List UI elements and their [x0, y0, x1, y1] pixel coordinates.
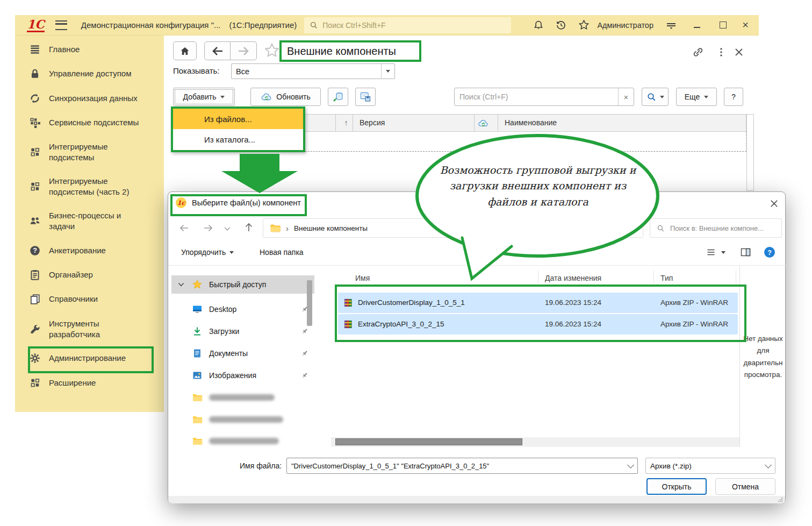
filetype-combobox[interactable]: Архив (*.zip) — [645, 458, 775, 474]
filter-dropdown-button[interactable] — [381, 64, 394, 79]
filename-value: "DriverCustomerDisplay_1_0_5_1" "ExtraCr… — [287, 462, 623, 470]
modified-column-header[interactable]: Дата изменения — [545, 274, 601, 282]
blocks-icon — [29, 377, 41, 389]
view-mode-button[interactable] — [706, 247, 725, 258]
close-form-button[interactable] — [734, 47, 744, 58]
breadcrumb[interactable]: › Внешние компоненты — [263, 218, 643, 238]
nav-item-blurred-folder[interactable] — [192, 409, 314, 430]
save-components-button[interactable] — [355, 88, 376, 106]
sidebar-item-glavnoe[interactable]: Главное — [15, 42, 164, 57]
back-button[interactable] — [204, 41, 231, 60]
table-vertical-scrollbar[interactable] — [746, 114, 754, 191]
file-name: DriverCustomerDisplay_1_0_5_1 — [358, 298, 465, 307]
forward-button[interactable] — [231, 41, 257, 60]
help-button[interactable]: ? — [724, 88, 743, 106]
type-column-header[interactable]: Тип — [660, 274, 673, 282]
sort-column-header[interactable]: ↑ — [340, 118, 353, 127]
sidebar-item-rasshirenie[interactable]: Расширение — [15, 375, 164, 390]
sidebar-item-bp[interactable]: Бизнес-процессы и задачи — [15, 210, 164, 232]
dialog-close-button[interactable] — [769, 198, 779, 209]
sidebar-item-integr2[interactable]: Интегрируемые подсистемы (часть 2) — [15, 175, 164, 198]
column-divider[interactable] — [736, 271, 736, 283]
nav-item-blurred-folder[interactable] — [192, 387, 314, 408]
organize-button[interactable]: Упорядочить — [181, 248, 234, 257]
more-menu-button[interactable] — [716, 47, 727, 58]
preview-pane-button[interactable] — [740, 247, 751, 258]
recent-locations-button[interactable] — [224, 226, 231, 231]
preview-empty-text: Нет данных для дварительн просмотра. — [741, 333, 785, 381]
minimize-button[interactable] — [691, 19, 703, 31]
scrollbar-thumb[interactable] — [335, 438, 522, 445]
sidebar-item-organizer[interactable]: Органайзер — [15, 267, 164, 282]
nav-history-group — [204, 41, 257, 60]
more-actions-button[interactable]: Еще — [676, 88, 717, 106]
history-button[interactable] — [556, 20, 566, 31]
file-row-1[interactable]: DriverCustomerDisplay_1_0_5_1 19.06.2023… — [338, 293, 738, 313]
sidebar-item-devtools[interactable]: Инструменты разработчика — [15, 318, 164, 340]
home-button[interactable] — [173, 41, 197, 60]
menu-item-from-catalog[interactable]: Из каталога... — [173, 129, 303, 150]
global-search-input[interactable]: Поиск Ctrl+Shift+F — [304, 17, 511, 33]
sync-column-header[interactable] — [478, 118, 489, 129]
column-divider[interactable] — [538, 271, 538, 283]
column-divider[interactable] — [653, 271, 654, 283]
refresh-button[interactable]: Обновить — [250, 88, 321, 106]
sidebar: Главное Управление доступом Синхронизаци… — [15, 35, 164, 412]
nav-item-blurred-folder[interactable] — [192, 430, 314, 452]
forward-arrow-icon — [203, 223, 213, 233]
filter-combobox[interactable]: Все — [231, 63, 395, 79]
sidebar-item-dostup[interactable]: Управление доступом — [15, 66, 164, 81]
clear-search-button[interactable]: × — [618, 88, 634, 105]
favorite-toggle[interactable] — [264, 42, 280, 59]
dialog-forward-button[interactable] — [203, 223, 213, 233]
nav-item-desktop[interactable]: Desktop — [192, 298, 314, 320]
version-column-header[interactable]: Версия — [360, 118, 385, 127]
nav-item-downloads[interactable]: Загрузки — [192, 321, 314, 342]
sidebar-item-spravochniki[interactable]: Справочники — [15, 292, 164, 307]
name-column-header[interactable]: Наименование — [505, 118, 557, 127]
current-user[interactable]: Администратор — [597, 21, 653, 30]
new-folder-button[interactable]: Новая папка — [260, 248, 304, 257]
name-column-header[interactable]: Имя — [355, 274, 370, 282]
list-search-input[interactable]: Поиск (Ctrl+F) — [455, 88, 618, 105]
notifications-button[interactable] — [533, 20, 544, 31]
pin-icon — [300, 371, 309, 380]
menu-item-from-files[interactable]: Из файлов... — [173, 109, 303, 129]
load-from-file-button[interactable] — [328, 88, 348, 106]
search-options-button[interactable] — [642, 88, 669, 106]
nav-item-label: Документы — [209, 349, 248, 358]
maximize-button[interactable] — [717, 19, 729, 31]
nav-item-documents[interactable]: Документы — [192, 343, 314, 364]
dialog-help-button[interactable]: ? — [764, 246, 775, 258]
main-menu-icon[interactable] — [55, 20, 67, 30]
close-button[interactable]: × — [739, 19, 751, 31]
file-row-2[interactable]: ExtraCryptoAPI_3_0_2_15 19.06.2023 15:24… — [338, 314, 738, 335]
filename-dropdown-button[interactable] — [623, 465, 637, 467]
sidebar-item-service[interactable]: Сервисные подсистемы — [15, 115, 164, 130]
sidebar-item-administrirovanie[interactable]: Администрирование — [15, 351, 164, 366]
list-horizontal-scrollbar[interactable] — [331, 437, 739, 447]
dialog-back-button[interactable] — [179, 223, 190, 233]
cancel-button[interactable]: Отмена — [715, 478, 775, 495]
filename-input[interactable]: "DriverCustomerDisplay_1_0_5_1" "ExtraCr… — [286, 458, 638, 474]
favorites-button[interactable] — [578, 19, 590, 31]
sidebar-item-label: Инструменты разработчика — [49, 318, 145, 340]
page-title-box: Внешние компоненты — [279, 40, 421, 62]
sidebar-item-integr1[interactable]: Интегрируемые подсистемы — [15, 141, 164, 164]
nav-item-pictures[interactable]: Изображения — [192, 365, 314, 386]
filetype-dropdown-button[interactable] — [761, 465, 775, 467]
sidebar-item-sync[interactable]: Синхронизация данных — [15, 91, 164, 106]
quick-access-node[interactable]: Быстрый доступ — [171, 275, 314, 294]
breadcrumb-folder[interactable]: Внешние компоненты — [294, 224, 368, 232]
up-button[interactable] — [243, 222, 254, 233]
nav-pane-scrollbar[interactable] — [307, 280, 312, 326]
settings-button[interactable] — [665, 20, 677, 31]
file-type: Архив ZIP - WinRAR — [660, 298, 728, 307]
dialog-search-input[interactable]: Поиск в: Внешние компоне... — [650, 218, 782, 238]
add-button[interactable]: Добавить — [173, 88, 235, 106]
open-button[interactable]: Открыть — [646, 478, 707, 495]
more-actions-label: Еще — [685, 93, 700, 101]
sidebar-item-anket[interactable]: ? Анкетирование — [15, 243, 164, 258]
get-link-button[interactable] — [692, 46, 704, 58]
resize-grip-icon[interactable] — [778, 497, 783, 502]
